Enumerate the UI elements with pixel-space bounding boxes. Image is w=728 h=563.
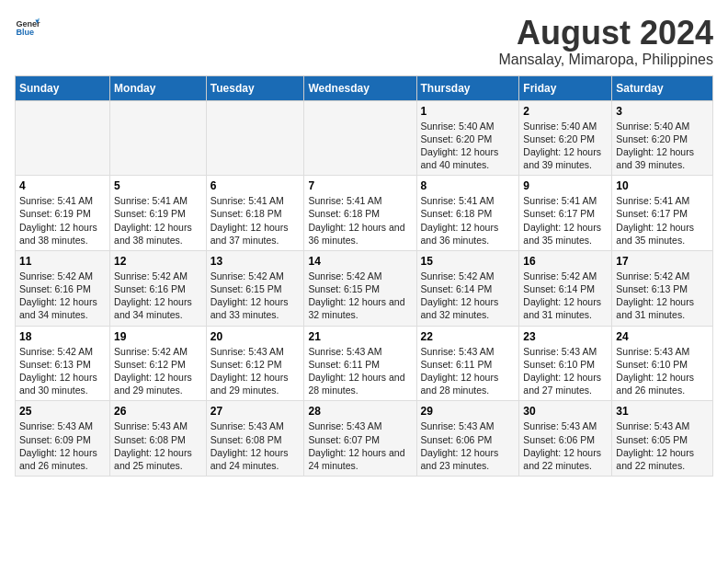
- svg-text:Blue: Blue: [16, 28, 34, 37]
- calendar-cell: 6Sunrise: 5:41 AM Sunset: 6:18 PM Daylig…: [206, 176, 304, 251]
- day-number: 14: [308, 255, 412, 268]
- calendar-cell: 24Sunrise: 5:43 AM Sunset: 6:10 PM Dayli…: [612, 326, 713, 401]
- calendar-cell: 14Sunrise: 5:42 AM Sunset: 6:15 PM Dayli…: [304, 250, 416, 326]
- day-number: 23: [523, 330, 608, 343]
- calendar-cell: 20Sunrise: 5:43 AM Sunset: 6:12 PM Dayli…: [206, 326, 304, 401]
- day-number: 28: [308, 405, 412, 418]
- cell-content: Sunrise: 5:43 AM Sunset: 6:09 PM Dayligh…: [19, 419, 106, 472]
- calendar-cell: 29Sunrise: 5:43 AM Sunset: 6:06 PM Dayli…: [416, 401, 519, 477]
- calendar-cell: 18Sunrise: 5:42 AM Sunset: 6:13 PM Dayli…: [16, 326, 110, 401]
- calendar-cell: 16Sunrise: 5:42 AM Sunset: 6:14 PM Dayli…: [519, 250, 612, 326]
- calendar-cell: 25Sunrise: 5:43 AM Sunset: 6:09 PM Dayli…: [16, 401, 110, 477]
- cell-content: Sunrise: 5:43 AM Sunset: 6:11 PM Dayligh…: [308, 345, 412, 397]
- header-day-saturday: Saturday: [612, 75, 713, 100]
- calendar-cell: 9Sunrise: 5:41 AM Sunset: 6:17 PM Daylig…: [519, 176, 612, 251]
- header-day-wednesday: Wednesday: [304, 75, 416, 100]
- calendar-week-row: 11Sunrise: 5:42 AM Sunset: 6:16 PM Dayli…: [16, 250, 713, 326]
- cell-content: Sunrise: 5:41 AM Sunset: 6:18 PM Dayligh…: [210, 194, 301, 247]
- calendar-table: SundayMondayTuesdayWednesdayThursdayFrid…: [15, 75, 713, 477]
- title-area: August 2024 Mansalay, Mimaropa, Philippi…: [498, 15, 713, 68]
- day-number: 7: [308, 179, 412, 192]
- cell-content: Sunrise: 5:42 AM Sunset: 6:15 PM Dayligh…: [308, 270, 412, 322]
- cell-content: Sunrise: 5:43 AM Sunset: 6:05 PM Dayligh…: [616, 419, 709, 472]
- calendar-header-row: SundayMondayTuesdayWednesdayThursdayFrid…: [16, 75, 713, 100]
- cell-content: Sunrise: 5:42 AM Sunset: 6:15 PM Dayligh…: [210, 270, 301, 322]
- cell-content: Sunrise: 5:43 AM Sunset: 6:10 PM Dayligh…: [616, 345, 709, 397]
- cell-content: Sunrise: 5:41 AM Sunset: 6:19 PM Dayligh…: [114, 194, 202, 247]
- page-title: August 2024: [498, 15, 713, 52]
- calendar-cell: 22Sunrise: 5:43 AM Sunset: 6:11 PM Dayli…: [416, 326, 519, 401]
- calendar-cell: 30Sunrise: 5:43 AM Sunset: 6:06 PM Dayli…: [519, 401, 612, 477]
- cell-content: Sunrise: 5:42 AM Sunset: 6:14 PM Dayligh…: [421, 270, 516, 322]
- cell-content: Sunrise: 5:40 AM Sunset: 6:20 PM Dayligh…: [421, 120, 516, 172]
- day-number: 22: [421, 330, 516, 343]
- header-day-sunday: Sunday: [16, 75, 110, 100]
- day-number: 1: [421, 105, 516, 118]
- header-day-tuesday: Tuesday: [206, 75, 304, 100]
- cell-content: Sunrise: 5:43 AM Sunset: 6:08 PM Dayligh…: [114, 419, 202, 472]
- day-number: 19: [114, 330, 202, 343]
- day-number: 18: [19, 330, 106, 343]
- cell-content: Sunrise: 5:42 AM Sunset: 6:13 PM Dayligh…: [19, 345, 106, 397]
- day-number: 11: [19, 255, 106, 268]
- day-number: 31: [616, 405, 709, 418]
- calendar-cell: 8Sunrise: 5:41 AM Sunset: 6:18 PM Daylig…: [416, 176, 519, 251]
- day-number: 24: [616, 330, 709, 343]
- cell-content: Sunrise: 5:43 AM Sunset: 6:07 PM Dayligh…: [308, 419, 412, 472]
- calendar-cell: [304, 100, 416, 176]
- header: General Blue August 2024 Mansalay, Mimar…: [15, 15, 713, 68]
- cell-content: Sunrise: 5:42 AM Sunset: 6:12 PM Dayligh…: [114, 345, 202, 397]
- calendar-cell: 21Sunrise: 5:43 AM Sunset: 6:11 PM Dayli…: [304, 326, 416, 401]
- cell-content: Sunrise: 5:42 AM Sunset: 6:16 PM Dayligh…: [114, 270, 202, 322]
- day-number: 26: [114, 405, 202, 418]
- calendar-cell: 1Sunrise: 5:40 AM Sunset: 6:20 PM Daylig…: [416, 100, 519, 176]
- day-number: 9: [523, 179, 608, 192]
- cell-content: Sunrise: 5:43 AM Sunset: 6:10 PM Dayligh…: [523, 345, 608, 397]
- header-day-monday: Monday: [110, 75, 207, 100]
- day-number: 29: [421, 405, 516, 418]
- day-number: 4: [19, 179, 106, 192]
- cell-content: Sunrise: 5:42 AM Sunset: 6:14 PM Dayligh…: [523, 270, 608, 322]
- page-subtitle: Mansalay, Mimaropa, Philippines: [498, 52, 713, 68]
- cell-content: Sunrise: 5:43 AM Sunset: 6:06 PM Dayligh…: [523, 419, 608, 472]
- day-number: 17: [616, 255, 709, 268]
- cell-content: Sunrise: 5:40 AM Sunset: 6:20 PM Dayligh…: [616, 120, 709, 172]
- day-number: 15: [421, 255, 516, 268]
- day-number: 16: [523, 255, 608, 268]
- day-number: 2: [523, 105, 608, 118]
- cell-content: Sunrise: 5:43 AM Sunset: 6:06 PM Dayligh…: [421, 419, 516, 472]
- header-day-thursday: Thursday: [416, 75, 519, 100]
- calendar-week-row: 25Sunrise: 5:43 AM Sunset: 6:09 PM Dayli…: [16, 401, 713, 477]
- day-number: 20: [210, 330, 301, 343]
- logo: General Blue: [15, 15, 40, 40]
- day-number: 3: [616, 105, 709, 118]
- calendar-cell: [110, 100, 207, 176]
- calendar-week-row: 18Sunrise: 5:42 AM Sunset: 6:13 PM Dayli…: [16, 326, 713, 401]
- cell-content: Sunrise: 5:43 AM Sunset: 6:12 PM Dayligh…: [210, 345, 301, 397]
- day-number: 27: [210, 405, 301, 418]
- day-number: 30: [523, 405, 608, 418]
- cell-content: Sunrise: 5:42 AM Sunset: 6:16 PM Dayligh…: [19, 270, 106, 322]
- calendar-week-row: 4Sunrise: 5:41 AM Sunset: 6:19 PM Daylig…: [16, 176, 713, 251]
- calendar-week-row: 1Sunrise: 5:40 AM Sunset: 6:20 PM Daylig…: [16, 100, 713, 176]
- calendar-cell: 2Sunrise: 5:40 AM Sunset: 6:20 PM Daylig…: [519, 100, 612, 176]
- cell-content: Sunrise: 5:41 AM Sunset: 6:18 PM Dayligh…: [308, 194, 412, 247]
- cell-content: Sunrise: 5:43 AM Sunset: 6:08 PM Dayligh…: [210, 419, 301, 472]
- day-number: 8: [421, 179, 516, 192]
- calendar-cell: 23Sunrise: 5:43 AM Sunset: 6:10 PM Dayli…: [519, 326, 612, 401]
- calendar-cell: 27Sunrise: 5:43 AM Sunset: 6:08 PM Dayli…: [206, 401, 304, 477]
- calendar-cell: 5Sunrise: 5:41 AM Sunset: 6:19 PM Daylig…: [110, 176, 207, 251]
- calendar-cell: 17Sunrise: 5:42 AM Sunset: 6:13 PM Dayli…: [612, 250, 713, 326]
- day-number: 25: [19, 405, 106, 418]
- calendar-cell: 12Sunrise: 5:42 AM Sunset: 6:16 PM Dayli…: [110, 250, 207, 326]
- calendar-cell: 19Sunrise: 5:42 AM Sunset: 6:12 PM Dayli…: [110, 326, 207, 401]
- cell-content: Sunrise: 5:41 AM Sunset: 6:17 PM Dayligh…: [523, 194, 608, 247]
- cell-content: Sunrise: 5:43 AM Sunset: 6:11 PM Dayligh…: [421, 345, 516, 397]
- calendar-cell: 26Sunrise: 5:43 AM Sunset: 6:08 PM Dayli…: [110, 401, 207, 477]
- cell-content: Sunrise: 5:41 AM Sunset: 6:17 PM Dayligh…: [616, 194, 709, 247]
- day-number: 13: [210, 255, 301, 268]
- calendar-cell: [206, 100, 304, 176]
- day-number: 10: [616, 179, 709, 192]
- calendar-cell: [16, 100, 110, 176]
- day-number: 5: [114, 179, 202, 192]
